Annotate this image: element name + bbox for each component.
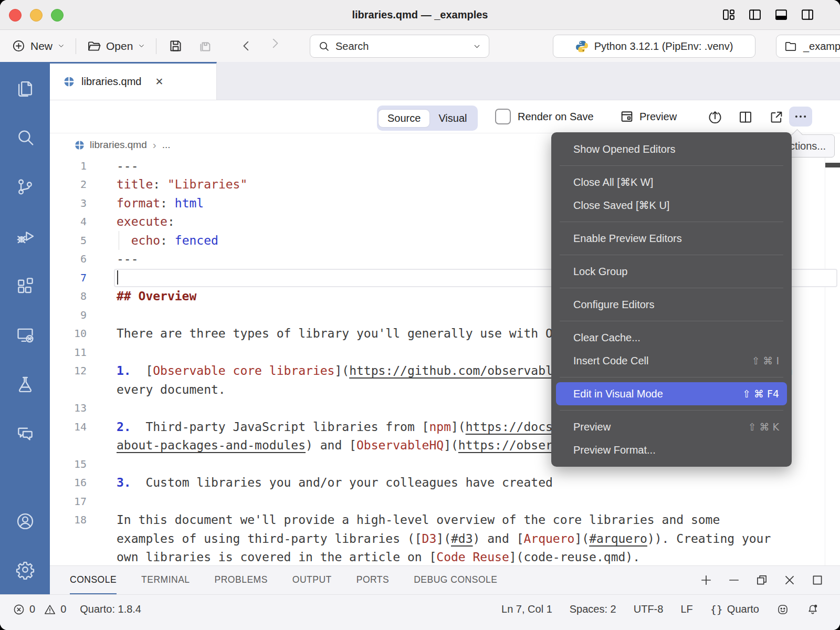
restore-panel-icon[interactable] [755, 573, 769, 587]
quarto-version-status[interactable]: Quarto: 1.8.4 [80, 603, 141, 615]
breadcrumb-file[interactable]: libraries.qmd [90, 139, 147, 151]
menu-item-edit-in-visual-mode[interactable]: Edit in Visual Mode⇧ ⌘ F4 [556, 382, 787, 405]
app-window: libraries.qmd — _examples New Open [0, 0, 840, 630]
toggle-panel-icon[interactable] [774, 7, 789, 22]
explorer-icon[interactable] [15, 78, 35, 98]
tab-strip: libraries.qmd ✕ [50, 62, 840, 100]
open-in-new-window-icon[interactable] [769, 109, 784, 125]
menu-item-preview[interactable]: Preview⇧ ⌘ K [551, 415, 792, 438]
menu-item-close-saved-k-u[interactable]: Close Saved [⌘K U] [551, 194, 792, 217]
new-button-label: New [30, 40, 52, 52]
save-icon[interactable] [168, 38, 183, 54]
line-number: 11 [50, 346, 89, 359]
testing-icon[interactable] [15, 374, 35, 394]
eol-status[interactable]: LF [680, 603, 692, 615]
menu-item-configure-editors[interactable]: Configure Editors [551, 293, 792, 316]
line-number: 4 [50, 215, 89, 228]
menu-item-label: Edit in Visual Mode [573, 388, 663, 400]
panel-tab-terminal[interactable]: TERMINAL [141, 566, 190, 594]
menu-item-label: Lock Group [573, 266, 627, 278]
remote-explorer-icon[interactable] [15, 325, 35, 345]
panel-tab-console[interactable]: CONSOLE [70, 566, 117, 594]
editor-toolbar: Source Visual Render on Save Preview [50, 100, 840, 133]
menu-item-clear-cache[interactable]: Clear Cache... [551, 326, 792, 349]
preview-button[interactable]: Preview [620, 100, 677, 133]
toggle-secondary-sidebar-icon[interactable] [800, 7, 815, 22]
render-on-save-checkbox[interactable] [495, 109, 511, 124]
open-button[interactable]: Open [87, 39, 145, 54]
menu-item-show-opened-editors[interactable]: Show Opened Editors [551, 138, 792, 161]
bottom-panel-tabbar: CONSOLETERMINALPROBLEMSOUTPUTPORTSDEBUG … [50, 565, 840, 594]
language-mode-status[interactable]: {} Quarto [710, 603, 759, 616]
encoding-status[interactable]: UTF-8 [634, 603, 664, 615]
menu-item-close-all-k-w[interactable]: Close All [⌘K W] [551, 171, 792, 194]
close-tab-icon[interactable]: ✕ [155, 76, 163, 88]
panel-tab-output[interactable]: OUTPUT [292, 566, 332, 594]
workspace-label: _examples [803, 40, 840, 52]
indentation-status[interactable]: Spaces: 2 [570, 603, 616, 615]
source-control-icon[interactable] [15, 177, 35, 197]
tab-title: libraries.qmd [81, 76, 141, 88]
menu-item-label: Clear Cache... [573, 332, 640, 344]
menu-item-lock-group[interactable]: Lock Group [551, 260, 792, 283]
new-console-plus-icon[interactable] [699, 573, 713, 587]
extensions-icon[interactable] [15, 276, 35, 296]
menu-item-label: Enable Preview Editors [573, 233, 682, 245]
panel-tab-debug-console[interactable]: DEBUG CONSOLE [414, 566, 497, 594]
main-toolbar: New Open Search Python 3.12.1 (PipEnv: .… [0, 30, 840, 62]
menu-item-insert-code-cell[interactable]: Insert Code Cell⇧ ⌘ I [551, 349, 792, 372]
interpreter-selector[interactable]: Python 3.12.1 (PipEnv: .venv) [553, 35, 755, 58]
notification-bell-icon[interactable] [806, 603, 819, 616]
panel-tab-ports[interactable]: PORTS [356, 566, 389, 594]
save-all-icon[interactable] [198, 38, 213, 54]
maximize-panel-icon[interactable] [811, 573, 824, 587]
line-number: 17 [50, 495, 89, 508]
problems-status[interactable]: 0 0 [13, 603, 66, 616]
tab-libraries-qmd[interactable]: libraries.qmd ✕ [50, 62, 217, 100]
search-icon[interactable] [15, 128, 35, 148]
cursor-position-status[interactable]: Ln 7, Col 1 [501, 603, 552, 615]
account-icon[interactable] [15, 511, 35, 531]
run-and-debug-icon[interactable] [15, 226, 35, 246]
workspace-button[interactable]: _examples [776, 35, 840, 58]
panel-tab-problems[interactable]: PROBLEMS [215, 566, 268, 594]
line-number: 12 [50, 364, 89, 377]
split-editor-icon[interactable] [738, 109, 753, 125]
search-input[interactable]: Search [310, 35, 489, 58]
new-button[interactable]: New [12, 39, 65, 53]
menu-separator [560, 288, 783, 288]
code-row-line-18[interactable]: 18In this document we'll provide a high-… [50, 511, 840, 530]
render-icon[interactable] [707, 109, 723, 125]
code-row-line-18-wrap2[interactable]: own libraries is covered in the article … [50, 548, 840, 566]
menu-item-enable-preview-editors[interactable]: Enable Preview Editors [551, 227, 792, 250]
chevron-down-icon[interactable] [472, 42, 481, 51]
line-number: 5 [50, 234, 89, 247]
preview-report-icon [620, 109, 634, 124]
navigate-forward-icon[interactable] [270, 39, 285, 53]
menu-item-preview-format[interactable]: Preview Format... [551, 438, 792, 461]
settings-gear-icon[interactable] [15, 560, 35, 580]
feedback-smiley-icon[interactable] [776, 603, 789, 616]
breadcrumb-ellipsis[interactable]: ... [162, 139, 171, 151]
menu-item-label: Close Saved [⌘K U] [573, 199, 669, 212]
line-number: 15 [50, 458, 89, 470]
menu-item-label: Preview Format... [573, 444, 656, 456]
toggle-primary-sidebar-icon[interactable] [748, 7, 762, 22]
code-text: examples of using third-party libraries … [117, 532, 771, 545]
visual-mode-button[interactable]: Visual [429, 110, 476, 127]
menu-item-shortcut: ⇧ ⌘ F4 [742, 388, 779, 400]
navigate-back-icon[interactable] [239, 39, 254, 53]
toolbar-divider [156, 38, 156, 54]
comments-icon[interactable] [15, 424, 35, 444]
more-actions-button[interactable] [789, 107, 812, 127]
source-mode-button[interactable]: Source [379, 110, 429, 127]
minimize-panel-icon[interactable] [727, 573, 741, 587]
line-number: 13 [50, 402, 89, 414]
code-row-line-16[interactable]: 163. Custom libraries you and/or your co… [50, 474, 840, 492]
code-row-line-18-wrap1[interactable]: examples of using third-party libraries … [50, 529, 840, 548]
window-title: libraries.qmd — _examples [0, 0, 840, 29]
customize-layout-icon[interactable] [721, 7, 736, 22]
code-row-line-17[interactable]: 17 [50, 492, 840, 511]
line-number: 10 [50, 327, 89, 340]
close-panel-icon[interactable] [783, 573, 796, 587]
